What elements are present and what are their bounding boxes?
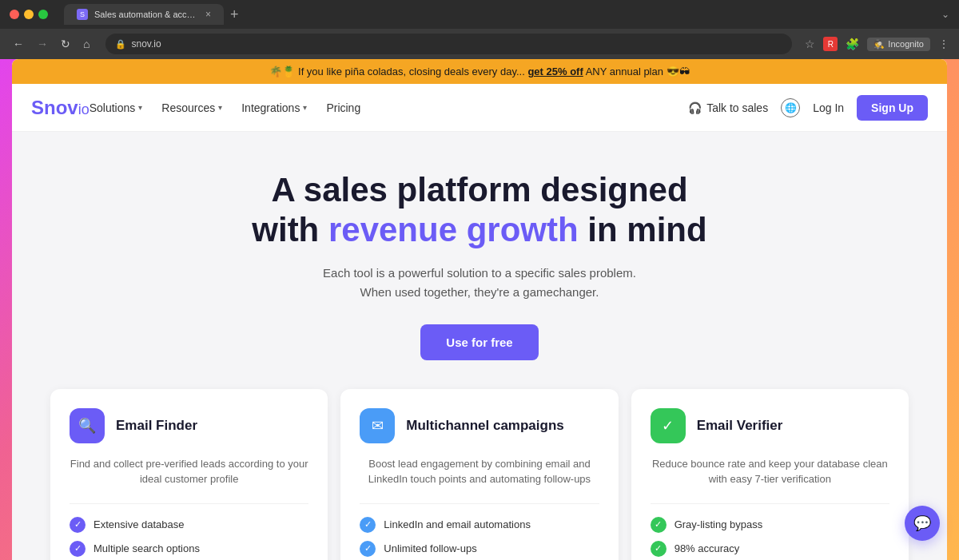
nav-integrations-label: Integrations <box>241 101 300 114</box>
active-tab[interactable]: S Sales automation & accelerati... × <box>64 4 224 25</box>
new-tab-button[interactable]: + <box>230 6 239 23</box>
multichannel-title: Multichannel campaigns <box>406 418 563 434</box>
feature-cards-row: 🔍 Email Finder Find and collect pre-veri… <box>31 389 928 560</box>
logo[interactable]: Snovio <box>31 97 90 119</box>
nav-actions-right: 🎧 Talk to sales 🌐 Log In Sign Up <box>688 95 928 121</box>
feature-label: LinkedIn and email automations <box>384 518 531 530</box>
chat-icon: 💬 <box>913 514 931 532</box>
tab-title: Sales automation & accelerati... <box>94 10 199 19</box>
nav-pricing[interactable]: Pricing <box>326 101 360 114</box>
bookmark-icon[interactable]: ☆ <box>805 38 815 50</box>
minimize-window-button[interactable] <box>24 10 34 19</box>
check-icon: ✓ <box>360 541 376 557</box>
login-button[interactable]: Log In <box>813 101 844 114</box>
list-item: ✓ Multiple search options <box>70 541 308 557</box>
email-verifier-features: ✓ Gray-listing bypass ✓ 98% accuracy ✓ E… <box>651 517 889 560</box>
list-item: ✓ Extensive database <box>70 517 308 533</box>
email-finder-features: ✓ Extensive database ✓ Multiple search o… <box>70 517 308 560</box>
card-divider <box>360 503 599 504</box>
address-bar[interactable]: 🔒 snov.io <box>105 34 792 54</box>
nav-resources-label: Resources <box>161 101 215 114</box>
language-selector[interactable]: 🌐 <box>781 98 800 117</box>
email-finder-desc: Find and collect pre-verified leads acco… <box>70 456 308 487</box>
chat-widget-button[interactable]: 💬 <box>905 506 940 541</box>
feature-label: Multiple search options <box>94 542 200 554</box>
hero-title-accent: revenue growth <box>328 211 579 248</box>
feature-label: Unlimited follow-ups <box>384 542 476 554</box>
tab-bar: S Sales automation & accelerati... × + <box>64 4 496 25</box>
card-header-verifier: ✓ Email Verifier <box>651 408 889 443</box>
headphones-icon: 🎧 <box>688 101 702 114</box>
card-divider <box>70 503 308 504</box>
site-nav: Snovio Solutions ▾ Resources ▾ Integrati… <box>12 84 947 132</box>
check-icon: ✓ <box>651 541 667 557</box>
promo-text-before: 🌴🍍 If you like piña coladas, closing dea… <box>269 66 527 77</box>
nav-resources[interactable]: Resources ▾ <box>161 101 222 114</box>
hero-subtitle-line2: When used together, they're a gamechange… <box>360 285 599 299</box>
nav-links: Solutions ▾ Resources ▾ Integrations ▾ P… <box>90 101 688 114</box>
multichannel-icon: ✉ <box>360 408 395 443</box>
feature-label: Extensive database <box>94 518 184 530</box>
list-item: ✓ Unlimited follow-ups <box>360 541 599 557</box>
list-item: ✓ LinkedIn and email automations <box>360 517 599 533</box>
tab-favicon: S <box>77 9 88 20</box>
hero-subtitle: Each tool is a powerful solution to a sp… <box>31 264 928 302</box>
list-item: ✓ Gray-listing bypass <box>651 517 889 533</box>
logo-snov: Snov <box>31 97 78 119</box>
multichannel-desc: Boost lead engagement by combining email… <box>360 456 599 487</box>
check-icon: ✓ <box>651 517 667 533</box>
extension-red-icon[interactable]: R <box>823 37 838 51</box>
forward-button[interactable]: → <box>34 34 51 54</box>
email-verifier-title: Email Verifier <box>697 418 783 434</box>
tab-close-button[interactable]: × <box>205 9 211 20</box>
logo-io: io <box>78 101 90 118</box>
fullscreen-window-button[interactable] <box>38 10 48 19</box>
promo-banner: 🌴🍍 If you like piña coladas, closing dea… <box>12 59 947 84</box>
hero-title-line2-before: with <box>252 211 328 248</box>
card-divider <box>651 503 889 504</box>
email-finder-title: Email Finder <box>116 418 197 434</box>
talk-sales-label: Talk to sales <box>706 101 768 114</box>
hero-cta-button[interactable]: Use for free <box>420 324 538 360</box>
hero-subtitle-line1: Each tool is a powerful solution to a sp… <box>323 266 636 280</box>
nav-solutions[interactable]: Solutions ▾ <box>90 101 143 114</box>
hero-title-line1: A sales platform designed <box>271 171 687 209</box>
feature-label: 98% accuracy <box>674 542 740 554</box>
resources-arrow-icon: ▾ <box>218 103 222 112</box>
website-container: 🌴🍍 If you like piña coladas, closing dea… <box>12 59 947 560</box>
multichannel-features: ✓ LinkedIn and email automations ✓ Unlim… <box>360 517 599 560</box>
browser-chrome: S Sales automation & accelerati... × + ⌄ <box>0 0 959 29</box>
hero-section: A sales platform designed with revenue g… <box>12 132 947 560</box>
incognito-label: Incognito <box>888 39 924 49</box>
extensions-icon[interactable]: 🧩 <box>846 38 859 50</box>
close-window-button[interactable] <box>10 10 19 19</box>
talk-to-sales-button[interactable]: 🎧 Talk to sales <box>688 101 768 114</box>
solutions-arrow-icon: ▾ <box>138 103 142 112</box>
more-options-icon[interactable]: ⋮ <box>938 38 949 50</box>
multichannel-card: ✉ Multichannel campaigns Boost lead enga… <box>340 389 618 560</box>
email-verifier-icon: ✓ <box>651 408 686 443</box>
card-header-email-finder: 🔍 Email Finder <box>70 408 308 443</box>
check-icon: ✓ <box>70 541 86 557</box>
traffic-lights <box>10 10 48 19</box>
hero-title: A sales platform designed with revenue g… <box>31 170 928 251</box>
window-controls-icon: ⌄ <box>941 9 949 20</box>
check-icon: ✓ <box>70 517 86 533</box>
incognito-badge: 🕵 Incognito <box>867 38 930 51</box>
url-display: snov.io <box>131 38 161 50</box>
card-header-multichannel: ✉ Multichannel campaigns <box>360 408 599 443</box>
promo-highlight[interactable]: get 25% off <box>527 66 583 77</box>
back-button[interactable]: ← <box>10 34 27 54</box>
home-button[interactable]: ⌂ <box>80 34 93 54</box>
refresh-button[interactable]: ↻ <box>58 34 74 54</box>
feature-label: Gray-listing bypass <box>674 518 763 530</box>
nav-integrations[interactable]: Integrations ▾ <box>241 101 307 114</box>
nav-solutions-label: Solutions <box>90 101 136 114</box>
browser-nav-bar: ← → ↻ ⌂ 🔒 snov.io ☆ R 🧩 🕵 Incognito ⋮ <box>0 29 959 59</box>
list-item: ✓ 98% accuracy <box>651 541 889 557</box>
check-icon: ✓ <box>360 517 376 533</box>
signup-button[interactable]: Sign Up <box>857 95 928 121</box>
hero-title-line2-after: in mind <box>579 211 707 248</box>
email-verifier-card: ✓ Email Verifier Reduce bounce rate and … <box>631 389 909 560</box>
email-verifier-desc: Reduce bounce rate and keep your databas… <box>651 456 889 487</box>
